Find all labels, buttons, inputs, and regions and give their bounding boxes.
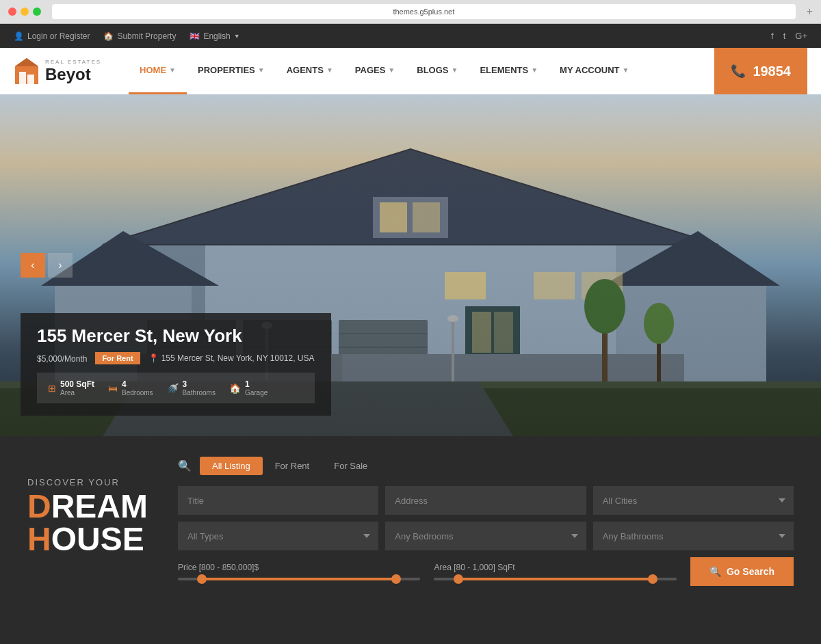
flag-icon: 🇬🇧 <box>190 31 200 41</box>
h-letter: H <box>27 521 51 557</box>
ouse-text: OUSE <box>51 521 144 557</box>
property-overlay: 155 Mercer St, New York $5,000/Month For… <box>21 313 331 416</box>
area-range-thumb-min[interactable] <box>454 574 463 584</box>
bedrooms-value: 4 <box>122 379 127 389</box>
nav-item-blogs[interactable]: BLOGS ▼ <box>406 48 469 94</box>
search-tabs: 🔍 All Listing For Rent For Sale <box>178 457 794 475</box>
price-range-fill <box>202 578 396 580</box>
twitter-icon[interactable]: t <box>783 31 786 41</box>
address-input[interactable] <box>385 486 586 515</box>
city-select[interactable]: All Cities <box>593 486 794 515</box>
add-tab-button[interactable]: + <box>807 5 813 18</box>
nav-item-home[interactable]: HOME ▼ <box>129 48 187 94</box>
tab-for-rent[interactable]: For Rent <box>263 457 322 475</box>
nav-item-myaccount[interactable]: MY ACCOUNT ▼ <box>549 48 640 94</box>
price-range-thumb-max[interactable] <box>391 574 401 584</box>
login-label: Login or Register <box>27 31 90 41</box>
ream-text: REAM <box>51 488 148 524</box>
chevron-down-icon: ▼ <box>169 66 176 74</box>
dream-big-text: DREAM HOUSE <box>27 490 151 556</box>
navbar: REAL ESTATES Beyot HOME ▼ PROPERTIES ▼ A… <box>0 48 821 94</box>
bathrooms-label: Bathrooms <box>183 389 216 397</box>
search-row-3: Price [800 - 850,000]$ Area [80 - 1,000]… <box>178 557 794 586</box>
bedrooms-select[interactable]: Any Bedrooms <box>385 522 586 550</box>
chevron-down-icon: ▼ <box>622 66 629 74</box>
for-rent-badge: For Rent <box>95 352 140 364</box>
chevron-down-icon: ▼ <box>258 66 265 74</box>
feature-bathrooms: 🚿 3 Bathrooms <box>167 379 216 397</box>
logo-tagline: REAL ESTATES <box>45 59 101 65</box>
nav-item-properties[interactable]: PROPERTIES ▼ <box>187 48 276 94</box>
phone-number: 19854 <box>753 64 791 79</box>
price-range-track[interactable] <box>178 578 420 580</box>
garage-value: 1 <box>245 379 250 389</box>
facebook-icon[interactable]: f <box>771 31 774 41</box>
slider-arrows: ‹ › <box>21 253 73 278</box>
prev-arrow[interactable]: ‹ <box>21 253 45 278</box>
phone-icon: 📞 <box>731 64 746 79</box>
hero-section: ‹ › 155 Mercer St, New York $5,000/Month… <box>0 94 821 436</box>
area-range-label: Area [80 - 1,000] SqFt <box>434 563 676 572</box>
property-features: ⊞ 500 SqFt Area 🛏 4 Bedrooms 🚿 3 Bathroo… <box>37 373 315 403</box>
close-button[interactable] <box>8 8 16 16</box>
user-icon: 👤 <box>14 31 24 41</box>
search-section: DISCOVER YOUR DREAM HOUSE 🔍 All Listing … <box>0 436 821 606</box>
feature-garage: 🏠 1 Garage <box>229 379 268 397</box>
area-range-fill <box>458 578 653 580</box>
go-search-button[interactable]: 🔍 Go Search <box>690 557 794 586</box>
area-label: Area <box>60 389 94 397</box>
social-links: f t G+ <box>771 31 807 41</box>
feature-area: ⊞ 500 SqFt Area <box>48 379 94 397</box>
minimize-button[interactable] <box>21 8 29 16</box>
nav-properties-label: PROPERTIES <box>198 65 255 75</box>
chevron-down-icon: ▼ <box>388 66 395 74</box>
next-arrow[interactable]: › <box>48 253 73 278</box>
tab-for-sale[interactable]: For Sale <box>322 457 380 475</box>
property-price: $5,000/Month <box>37 352 87 364</box>
bathrooms-select[interactable]: Any Bathrooms <box>593 522 794 550</box>
chevron-down-icon: ▼ <box>234 33 240 40</box>
pin-icon: 📍 <box>148 353 159 363</box>
logo[interactable]: REAL ESTATES Beyot <box>14 57 101 85</box>
phone-block[interactable]: 📞 19854 <box>714 48 807 94</box>
title-input[interactable] <box>178 486 378 515</box>
submit-icon: 🏠 <box>103 31 114 41</box>
area-range-track[interactable] <box>434 578 676 580</box>
url-text: themes.g5plus.net <box>393 8 454 16</box>
login-register-link[interactable]: 👤 Login or Register <box>14 31 90 41</box>
search-row-2: All Types Any Bedrooms Any Bathrooms <box>178 522 794 550</box>
maximize-button[interactable] <box>33 8 41 16</box>
nav-agents-label: AGENTS <box>287 65 324 75</box>
price-range-label: Price [800 - 850,000]$ <box>178 563 420 572</box>
language-selector[interactable]: 🇬🇧 English ▼ <box>190 31 239 41</box>
search-btn-icon: 🔍 <box>709 566 721 577</box>
area-range-thumb-max[interactable] <box>648 574 657 584</box>
nav-myaccount-label: MY ACCOUNT <box>560 65 619 75</box>
googleplus-icon[interactable]: G+ <box>795 31 807 41</box>
garage-label: Garage <box>245 389 268 397</box>
price-range-thumb-min[interactable] <box>197 574 207 584</box>
logo-text: REAL ESTATES Beyot <box>45 59 101 84</box>
nav-item-elements[interactable]: ELEMENTS ▼ <box>469 48 549 94</box>
url-bar[interactable]: themes.g5plus.net <box>52 4 796 19</box>
top-bar-left: 👤 Login or Register 🏠 Submit Property 🇬🇧… <box>14 31 240 41</box>
dream-text: DISCOVER YOUR DREAM HOUSE <box>27 457 151 556</box>
type-select[interactable]: All Types <box>178 522 378 550</box>
nav-item-pages[interactable]: PAGES ▼ <box>344 48 406 94</box>
area-range-group: Area [80 - 1,000] SqFt <box>434 563 676 580</box>
traffic-lights <box>8 8 41 16</box>
svg-marker-1 <box>15 58 38 66</box>
browser-chrome: themes.g5plus.net + <box>0 0 821 24</box>
language-label: English <box>203 31 230 41</box>
top-bar: 👤 Login or Register 🏠 Submit Property 🇬🇧… <box>0 24 821 48</box>
search-icon: 🔍 <box>178 459 192 472</box>
nav-item-agents[interactable]: AGENTS ▼ <box>276 48 344 94</box>
area-icon: ⊞ <box>48 383 56 394</box>
nav-pages-label: PAGES <box>355 65 386 75</box>
search-panel: 🔍 All Listing For Rent For Sale All Citi… <box>178 457 794 586</box>
submit-property-link[interactable]: 🏠 Submit Property <box>103 31 176 41</box>
nav-blogs-label: BLOGS <box>417 65 448 75</box>
search-btn-label: Go Search <box>727 566 774 577</box>
tab-all-listing[interactable]: All Listing <box>200 457 263 475</box>
chevron-down-icon: ▼ <box>451 66 458 74</box>
